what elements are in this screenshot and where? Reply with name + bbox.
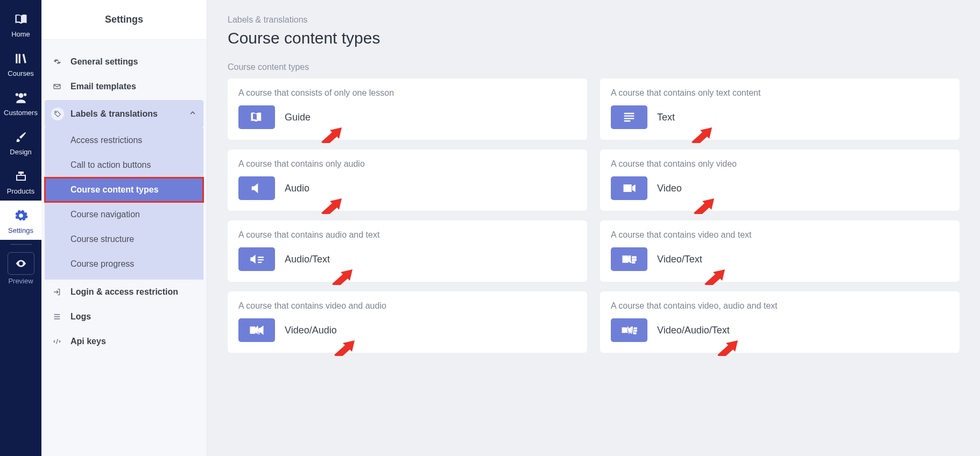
content-type-card[interactable]: A course that contains only text content… (600, 79, 960, 140)
menu-login-access[interactable]: Login & access restriction (45, 280, 203, 304)
brush-icon (12, 129, 30, 146)
menu-email-label: Email templates (70, 82, 136, 91)
svg-point-1 (55, 112, 56, 112)
rail-customers[interactable]: Customers (0, 83, 41, 122)
tag-icon (51, 108, 64, 120)
card-desc: A course that contains only audio (238, 159, 576, 169)
content-type-card[interactable]: A course that contains video and text Vi… (600, 220, 960, 282)
annotation-arrow-icon (689, 127, 713, 143)
sub-course-navigation[interactable]: Course navigation (45, 202, 203, 227)
card-label: Video/Text (657, 254, 702, 265)
video-audio-text-icon (611, 318, 647, 342)
card-desc: A course that contains only text content (611, 88, 949, 98)
users-icon (12, 89, 30, 106)
panel-body: General settings Email templates Labels … (41, 40, 207, 354)
content-type-card[interactable]: A course that contains only video Video (600, 149, 960, 211)
annotation-arrow-icon (715, 340, 739, 356)
annotation-arrow-icon (692, 198, 715, 214)
menu-login-label: Login & access restriction (70, 287, 178, 297)
rail-design-label: Design (10, 148, 31, 156)
video-icon (611, 176, 647, 200)
card-label: Text (657, 112, 675, 123)
card-desc: A course that contains video, audio and … (611, 301, 949, 311)
content-type-card[interactable]: A course that contains only audio Audio (228, 149, 587, 211)
content-type-card[interactable]: A course that contains audio and text Au… (228, 220, 587, 282)
svg-marker-4 (321, 198, 342, 214)
menu-email-templates[interactable]: Email templates (45, 74, 203, 99)
svg-marker-7 (704, 269, 725, 285)
card-desc: A course that contains video and text (611, 230, 949, 240)
labels-sublist: Access restrictions Call to action butto… (45, 128, 203, 280)
menu-labels-label: Labels & translations (70, 109, 158, 119)
sub-call-to-action[interactable]: Call to action buttons (45, 153, 203, 177)
package-icon (12, 168, 30, 185)
book-open-icon (12, 11, 30, 28)
video-text-icon (611, 247, 647, 271)
card-label: Audio (285, 183, 309, 194)
content-type-card[interactable]: A course that contains video and audio V… (228, 291, 587, 353)
nav-rail: Home Courses Customers Design Products S… (0, 0, 41, 456)
menu-api-label: Api keys (70, 337, 106, 346)
annotation-arrow-icon (330, 269, 354, 285)
svg-marker-6 (332, 269, 352, 285)
card-desc: A course that contains only video (611, 159, 949, 169)
annotation-arrow-icon (319, 127, 343, 143)
rail-courses[interactable]: Courses (0, 44, 41, 83)
annotation-arrow-icon (332, 340, 356, 356)
rail-products-label: Products (7, 187, 34, 195)
rail-preview[interactable] (8, 252, 34, 275)
panel-title: Settings (41, 0, 207, 40)
page-title: Course content types (228, 29, 960, 47)
rail-home-label: Home (11, 30, 30, 38)
main-content: Labels & translations Course content typ… (207, 0, 980, 456)
card-grid: A course that consists of only one lesso… (228, 79, 960, 353)
card-label: Guide (285, 112, 311, 123)
menu-api-keys[interactable]: Api keys (45, 329, 203, 354)
rail-settings-label: Settings (8, 226, 33, 234)
section-label: Course content types (228, 62, 960, 72)
svg-marker-2 (321, 127, 342, 143)
card-label: Video (657, 183, 682, 194)
content-type-card[interactable]: A course that consists of only one lesso… (228, 79, 587, 140)
svg-marker-3 (692, 127, 712, 143)
card-label: Audio/Text (285, 254, 330, 265)
rail-courses-label: Courses (8, 69, 33, 77)
rail-separator (10, 244, 32, 245)
menu-logs-label: Logs (70, 312, 91, 322)
api-icon (51, 337, 63, 346)
speaker-icon (238, 176, 275, 200)
card-label: Video/Audio/Text (657, 325, 730, 336)
login-icon (51, 288, 63, 296)
menu-general-label: General settings (70, 57, 138, 67)
sub-course-progress[interactable]: Course progress (45, 252, 203, 276)
sub-course-content-types[interactable]: Course content types (45, 177, 203, 202)
video-audio-icon (238, 318, 275, 342)
menu-labels-translations[interactable]: Labels & translations (45, 100, 203, 128)
book-icon (238, 105, 275, 129)
menu-general-settings[interactable]: General settings (45, 49, 203, 74)
rail-products[interactable]: Products (0, 161, 41, 201)
annotation-arrow-icon (702, 269, 726, 285)
books-icon (12, 50, 30, 67)
svg-marker-8 (334, 340, 355, 356)
mail-icon (51, 82, 63, 91)
rail-preview-label: Preview (8, 277, 33, 285)
speaker-text-icon (238, 247, 275, 271)
card-desc: A course that contains video and audio (238, 301, 576, 311)
settings-panel: Settings General settings Email template… (41, 0, 207, 456)
card-label: Video/Audio (285, 325, 337, 336)
svg-marker-5 (694, 198, 714, 214)
gear-small-icon (51, 58, 63, 66)
card-desc: A course that contains audio and text (238, 230, 576, 240)
sub-course-structure[interactable]: Course structure (45, 227, 203, 252)
chevron-up-icon (188, 109, 197, 119)
menu-logs[interactable]: Logs (45, 304, 203, 329)
sub-access-restrictions[interactable]: Access restrictions (45, 128, 203, 153)
svg-marker-9 (717, 340, 738, 356)
rail-design[interactable]: Design (0, 122, 41, 161)
rail-home[interactable]: Home (0, 4, 41, 44)
list-icon (51, 312, 63, 321)
card-desc: A course that consists of only one lesso… (238, 88, 576, 98)
rail-settings[interactable]: Settings (0, 201, 41, 240)
content-type-card[interactable]: A course that contains video, audio and … (600, 291, 960, 353)
